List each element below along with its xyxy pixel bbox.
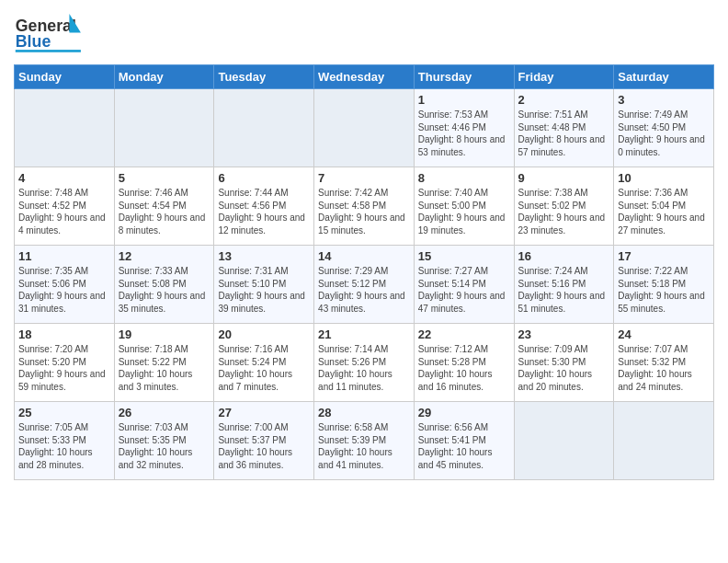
day-detail: Sunrise: 7:09 AMSunset: 5:30 PMDaylight:… [518,343,610,393]
day-detail: Sunrise: 7:05 AMSunset: 5:33 PMDaylight:… [18,421,110,471]
calendar-cell: 18Sunrise: 7:20 AMSunset: 5:20 PMDayligh… [15,324,115,402]
day-detail: Sunrise: 6:58 AMSunset: 5:39 PMDaylight:… [318,421,410,471]
day-detail: Sunrise: 7:20 AMSunset: 5:20 PMDaylight:… [18,343,110,393]
calendar-cell: 12Sunrise: 7:33 AMSunset: 5:08 PMDayligh… [114,246,214,324]
logo: General Blue [14,9,87,59]
calendar-week-row: 25Sunrise: 7:05 AMSunset: 5:33 PMDayligh… [15,402,714,480]
calendar-week-row: 11Sunrise: 7:35 AMSunset: 5:06 PMDayligh… [15,246,714,324]
day-detail: Sunrise: 7:31 AMSunset: 5:10 PMDaylight:… [218,265,310,315]
calendar-header-row: SundayMondayTuesdayWednesdayThursdayFrid… [15,65,714,89]
day-number: 7 [318,171,410,185]
day-number: 2 [518,93,610,107]
day-number: 25 [18,406,110,419]
calendar-table: SundayMondayTuesdayWednesdayThursdayFrid… [14,64,714,480]
day-number: 3 [618,93,710,107]
calendar-cell: 20Sunrise: 7:16 AMSunset: 5:24 PMDayligh… [214,324,314,402]
day-detail: Sunrise: 7:48 AMSunset: 4:52 PMDaylight:… [18,187,110,236]
calendar-cell: 27Sunrise: 7:00 AMSunset: 5:37 PMDayligh… [214,402,314,480]
day-detail: Sunrise: 7:44 AMSunset: 4:56 PMDaylight:… [218,187,310,236]
calendar-cell: 16Sunrise: 7:24 AMSunset: 5:16 PMDayligh… [514,246,614,324]
weekday-header-thursday: Thursday [414,65,514,89]
calendar-week-row: 1Sunrise: 7:53 AMSunset: 4:46 PMDaylight… [15,89,714,167]
day-detail: Sunrise: 7:27 AMSunset: 5:14 PMDaylight:… [418,265,510,315]
day-number: 18 [18,327,110,341]
calendar-cell: 7Sunrise: 7:42 AMSunset: 4:58 PMDaylight… [314,167,415,246]
day-detail: Sunrise: 7:53 AMSunset: 4:46 PMDaylight:… [418,109,510,158]
day-number: 28 [318,406,410,419]
calendar-cell: 6Sunrise: 7:44 AMSunset: 4:56 PMDaylight… [214,167,314,246]
day-number: 10 [618,171,710,185]
day-detail: Sunrise: 7:14 AMSunset: 5:26 PMDaylight:… [318,343,410,393]
calendar-cell: 4Sunrise: 7:48 AMSunset: 4:52 PMDaylight… [15,167,115,246]
calendar-cell: 10Sunrise: 7:36 AMSunset: 5:04 PMDayligh… [614,167,714,246]
day-number: 29 [418,406,510,419]
day-detail: Sunrise: 7:03 AMSunset: 5:35 PMDaylight:… [119,421,210,471]
weekday-header-saturday: Saturday [614,65,714,89]
calendar-cell [214,89,314,167]
day-number: 22 [418,327,510,341]
day-number: 13 [218,249,310,263]
day-detail: Sunrise: 7:36 AMSunset: 5:04 PMDaylight:… [618,187,710,236]
calendar-cell: 25Sunrise: 7:05 AMSunset: 5:33 PMDayligh… [15,402,115,480]
day-number: 1 [418,93,510,107]
calendar-cell: 28Sunrise: 6:58 AMSunset: 5:39 PMDayligh… [314,402,415,480]
day-detail: Sunrise: 7:22 AMSunset: 5:18 PMDaylight:… [618,265,710,315]
calendar-cell: 24Sunrise: 7:07 AMSunset: 5:32 PMDayligh… [614,324,714,402]
day-number: 5 [119,171,210,185]
day-number: 4 [18,171,110,185]
page-header: General Blue [14,9,714,59]
calendar-cell: 5Sunrise: 7:46 AMSunset: 4:54 PMDaylight… [114,167,214,246]
calendar-cell: 21Sunrise: 7:14 AMSunset: 5:26 PMDayligh… [314,324,415,402]
calendar-cell: 26Sunrise: 7:03 AMSunset: 5:35 PMDayligh… [114,402,214,480]
calendar-cell: 13Sunrise: 7:31 AMSunset: 5:10 PMDayligh… [214,246,314,324]
day-number: 14 [318,249,410,263]
day-number: 15 [418,249,510,263]
day-detail: Sunrise: 7:00 AMSunset: 5:37 PMDaylight:… [218,421,310,471]
day-detail: Sunrise: 7:07 AMSunset: 5:32 PMDaylight:… [618,343,710,393]
weekday-header-sunday: Sunday [15,65,115,89]
day-detail: Sunrise: 7:46 AMSunset: 4:54 PMDaylight:… [119,187,210,236]
day-detail: Sunrise: 7:49 AMSunset: 4:50 PMDaylight:… [618,109,710,158]
calendar-cell: 11Sunrise: 7:35 AMSunset: 5:06 PMDayligh… [15,246,115,324]
weekday-header-tuesday: Tuesday [214,65,314,89]
svg-text:Blue: Blue [16,32,51,51]
calendar-cell: 2Sunrise: 7:51 AMSunset: 4:48 PMDaylight… [514,89,614,167]
day-number: 24 [618,327,710,341]
calendar-cell: 9Sunrise: 7:38 AMSunset: 5:02 PMDaylight… [514,167,614,246]
day-detail: Sunrise: 7:40 AMSunset: 5:00 PMDaylight:… [418,187,510,236]
day-number: 11 [18,249,110,263]
calendar-cell: 19Sunrise: 7:18 AMSunset: 5:22 PMDayligh… [114,324,214,402]
weekday-header-friday: Friday [514,65,614,89]
day-number: 20 [218,327,310,341]
day-number: 17 [618,249,710,263]
day-detail: Sunrise: 7:51 AMSunset: 4:48 PMDaylight:… [518,109,610,158]
day-detail: Sunrise: 7:16 AMSunset: 5:24 PMDaylight:… [218,343,310,393]
day-detail: Sunrise: 7:33 AMSunset: 5:08 PMDaylight:… [119,265,210,315]
day-number: 26 [119,406,210,419]
calendar-cell: 14Sunrise: 7:29 AMSunset: 5:12 PMDayligh… [314,246,415,324]
day-detail: Sunrise: 7:18 AMSunset: 5:22 PMDaylight:… [119,343,210,393]
day-detail: Sunrise: 7:24 AMSunset: 5:16 PMDaylight:… [518,265,610,315]
day-detail: Sunrise: 7:38 AMSunset: 5:02 PMDaylight:… [518,187,610,236]
svg-rect-3 [16,50,81,52]
calendar-cell: 22Sunrise: 7:12 AMSunset: 5:28 PMDayligh… [414,324,514,402]
weekday-header-monday: Monday [114,65,214,89]
day-number: 8 [418,171,510,185]
calendar-cell: 23Sunrise: 7:09 AMSunset: 5:30 PMDayligh… [514,324,614,402]
calendar-cell: 29Sunrise: 6:56 AMSunset: 5:41 PMDayligh… [414,402,514,480]
day-detail: Sunrise: 6:56 AMSunset: 5:41 PMDaylight:… [418,421,510,471]
weekday-header-wednesday: Wednesday [314,65,415,89]
calendar-week-row: 4Sunrise: 7:48 AMSunset: 4:52 PMDaylight… [15,167,714,246]
day-detail: Sunrise: 7:12 AMSunset: 5:28 PMDaylight:… [418,343,510,393]
day-number: 12 [119,249,210,263]
calendar-cell [15,89,115,167]
calendar-cell [514,402,614,480]
calendar-cell: 8Sunrise: 7:40 AMSunset: 5:00 PMDaylight… [414,167,514,246]
calendar-week-row: 18Sunrise: 7:20 AMSunset: 5:20 PMDayligh… [15,324,714,402]
calendar-cell [314,89,415,167]
calendar-cell: 1Sunrise: 7:53 AMSunset: 4:46 PMDaylight… [414,89,514,167]
day-number: 19 [119,327,210,341]
calendar-cell: 15Sunrise: 7:27 AMSunset: 5:14 PMDayligh… [414,246,514,324]
calendar-cell [114,89,214,167]
day-number: 16 [518,249,610,263]
